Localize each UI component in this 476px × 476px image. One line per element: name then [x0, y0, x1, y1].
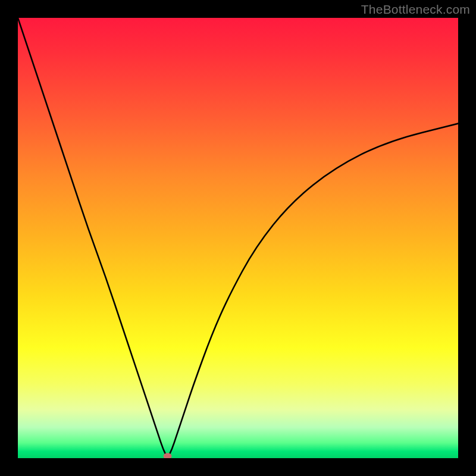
plot-area [18, 18, 458, 458]
bottleneck-curve [18, 18, 458, 456]
curve-layer [18, 18, 458, 458]
watermark-text: TheBottleneck.com [361, 2, 470, 17]
chart-frame: TheBottleneck.com [0, 0, 476, 476]
